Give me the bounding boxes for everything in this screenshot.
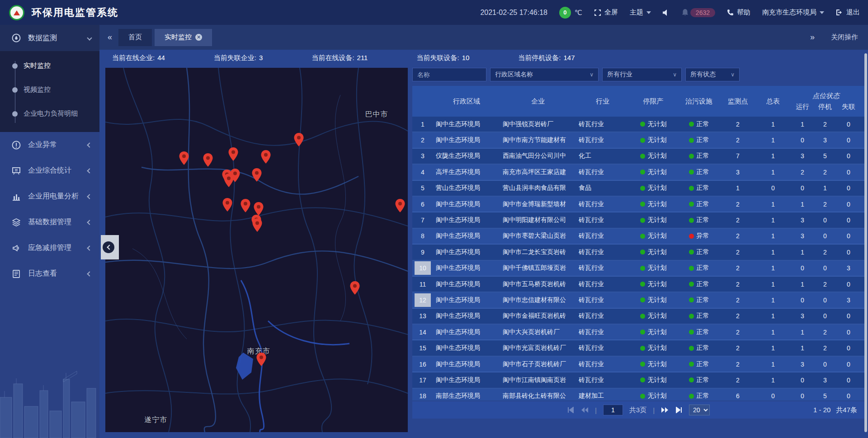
first-page-button[interactable] <box>567 407 574 413</box>
name-filter-input[interactable] <box>417 71 481 78</box>
cell-monitor-points: 2 <box>721 340 755 355</box>
map-pin-icon[interactable] <box>256 353 266 366</box>
map-panel[interactable]: 巴中市南充市遂宁市 <box>105 68 408 432</box>
cell-region: 阆中生态环境局 <box>433 132 500 147</box>
cell-industry: 砖瓦行业 <box>576 212 629 227</box>
theme-dropdown[interactable]: 主题 <box>630 8 651 17</box>
cell-production-status: 无计划 <box>629 309 677 324</box>
sidebar-item-video-monitoring[interactable]: 视频监控 <box>0 78 99 102</box>
cell-monitor-points: 2 <box>721 309 755 324</box>
map-pin-icon[interactable] <box>294 133 304 146</box>
sidebar-item-realtime-monitoring[interactable]: 实时监控 <box>0 54 99 78</box>
cell-total-meters: 1 <box>755 132 791 147</box>
total-pages-label: 共3页 <box>629 406 646 414</box>
cell-stopped: 0 <box>814 309 836 324</box>
table-row[interactable]: 15 阆中生态环境局 阆中市光富页岩机砖厂 砖瓦行业 无计划 正常 2 1 1 … <box>412 340 864 356</box>
map-pin-icon[interactable] <box>222 198 232 212</box>
status-dot-icon <box>640 122 645 127</box>
cell-region: 阆中生态环境局 <box>433 357 500 372</box>
prev-page-icon <box>580 407 589 413</box>
map-pin-icon[interactable] <box>179 151 189 165</box>
map-pin-icon[interactable] <box>203 153 213 167</box>
cell-region: 阆中生态环境局 <box>433 340 500 355</box>
table-row[interactable]: 13 阆中生态环境局 阆中市金福旺页岩机砖 砖瓦行业 无计划 正常 2 1 3 … <box>412 309 864 325</box>
sidebar-item-enterprise-statistics[interactable]: 企业综合统计 <box>0 158 99 184</box>
close-operations-button[interactable]: 关闭操作 <box>831 33 858 42</box>
tabs-scroll-right-button[interactable]: » <box>807 33 818 42</box>
cell-stopped: 3 <box>814 132 836 147</box>
cell-monitor-points: 2 <box>721 277 755 292</box>
table-row[interactable]: 3 仪陇生态环境局 西南油气田分公司川中 化工 无计划 正常 7 1 3 5 0 <box>412 149 864 165</box>
map-pin-icon[interactable] <box>350 281 360 295</box>
table-row[interactable]: 6 阆中生态环境局 阆中市金博瑞新型墙材 砖瓦行业 无计划 正常 2 1 1 2… <box>412 197 864 212</box>
logout-button[interactable]: 退出 <box>836 8 860 17</box>
table-row[interactable]: 1 阆中生态环境局 阆中强锐页岩砖厂 砖瓦行业 无计划 正常 2 1 1 2 0 <box>412 117 864 132</box>
sidebar-group-data-monitoring[interactable]: 数据监测 <box>0 25 99 51</box>
sidebar: 数据监测 实时监控 视频监控 企业电力负荷明细 <box>0 25 99 438</box>
tab-realtime-monitoring[interactable]: 实时监控 ✕ <box>155 29 212 46</box>
table-row[interactable]: 4 高坪生态环境局 南充市高坪区王家店建 砖瓦行业 无计划 正常 3 1 2 2… <box>412 165 864 180</box>
close-icon[interactable]: ✕ <box>195 34 202 41</box>
row-number: 8 <box>416 229 429 243</box>
map-pin-icon[interactable] <box>224 174 234 187</box>
cell-offline: 0 <box>836 245 861 259</box>
prev-page-button[interactable] <box>580 407 589 413</box>
table-row[interactable]: 14 阆中生态环境局 阆中大兴页岩机砖厂 砖瓦行业 无计划 正常 2 1 1 2… <box>412 325 864 340</box>
table-row[interactable]: 18 南部生态环境局 南部县砖化土砖有限公 建材加工 无计划 正常 6 0 0 … <box>412 389 864 400</box>
next-page-button[interactable] <box>661 407 669 413</box>
row-number: 7 <box>416 213 429 227</box>
cell-facility-status: 正常 <box>677 325 721 339</box>
map-pin-icon[interactable] <box>228 147 238 161</box>
cell-company: 南充市高坪区王家店建 <box>500 165 576 179</box>
speaker-icon <box>663 9 670 16</box>
last-page-button[interactable] <box>675 407 683 413</box>
status-dot-icon <box>640 266 645 271</box>
status-filter-dropdown[interactable]: 所有状态 ∨ <box>685 68 740 81</box>
table-row[interactable]: 5 营山生态环境局 营山县润丰肉食品有限 食品 无计划 正常 1 0 0 1 0 <box>412 181 864 197</box>
cell-total-meters: 1 <box>755 149 791 164</box>
table-row[interactable]: 12 阆中生态环境局 阆中市忠信建材有限公 砖瓦行业 无计划 正常 2 1 0 … <box>412 292 864 308</box>
cell-monitor-points: 2 <box>721 132 755 147</box>
page-scrollbar[interactable] <box>864 53 867 432</box>
status-dot-icon <box>689 202 694 207</box>
sidebar-item-power-load-detail[interactable]: 企业电力负荷明细 <box>0 102 99 126</box>
sidebar-item-power-usage-analysis[interactable]: 企业用电量分析 <box>0 184 99 209</box>
map-collapse-handle[interactable] <box>101 235 119 259</box>
map-pin-icon[interactable] <box>254 202 264 216</box>
name-filter-input-box[interactable] <box>412 68 486 81</box>
org-dropdown[interactable]: 南充市生态环境局 <box>762 8 824 17</box>
temperature-unit: ℃ <box>575 9 582 17</box>
table-row[interactable]: 8 阆中生态环境局 阆中市枣碧大梁山页岩 砖瓦行业 无计划 异常 2 1 3 0… <box>412 229 864 245</box>
cell-facility-status: 正常 <box>677 309 721 324</box>
cell-stopped: 0 <box>814 357 836 372</box>
mute-button[interactable] <box>663 9 670 16</box>
map-pin-icon[interactable] <box>395 199 405 212</box>
fullscreen-button[interactable]: 全屏 <box>594 8 618 17</box>
table-row[interactable]: 16 阆中生态环境局 阆中市石子页岩机砖厂 砖瓦行业 无计划 正常 2 1 3 … <box>412 357 864 372</box>
sidebar-item-log-view[interactable]: 日志查看 <box>0 261 99 287</box>
tabs-scroll-left-button[interactable]: « <box>104 33 116 42</box>
industry-filter-dropdown[interactable]: 所有行业 ∨ <box>602 68 682 81</box>
table-row[interactable]: 9 阆中生态环境局 阆中市二龙长宝页岩砖 砖瓦行业 无计划 正常 2 1 1 2… <box>412 245 864 260</box>
tab-home[interactable]: 首页 <box>118 29 152 46</box>
table-row[interactable]: 10 阆中生态环境局 阆中千佛镇五郎垭页岩 砖瓦行业 无计划 正常 2 1 0 … <box>412 261 864 277</box>
help-button[interactable]: 帮助 <box>727 8 750 17</box>
table-row[interactable]: 17 阆中生态环境局 阆中市江南镇阆南页岩 砖瓦行业 无计划 正常 2 1 0 … <box>412 372 864 388</box>
table-row[interactable]: 2 阆中生态环境局 阆中市南方节能建材有 砖瓦行业 无计划 正常 2 1 0 3… <box>412 132 864 148</box>
map-pin-icon[interactable] <box>261 150 271 164</box>
sidebar-item-emergency-reduction[interactable]: 应急减排管理 <box>0 235 99 261</box>
map-pin-icon[interactable] <box>252 168 262 182</box>
sidebar-item-base-data-management[interactable]: 基础数据管理 <box>0 209 99 235</box>
notifications[interactable]: 2632 <box>682 8 715 17</box>
map-pin-icon[interactable] <box>252 218 262 232</box>
page-size-select[interactable]: 20 <box>689 405 710 415</box>
cell-industry: 砖瓦行业 <box>576 229 629 244</box>
page-number-input[interactable] <box>603 405 623 415</box>
table-row[interactable]: 7 阆中生态环境局 阆中明阳建材有限公司 砖瓦行业 无计划 正常 2 1 3 0… <box>412 212 864 228</box>
table-row[interactable]: 11 阆中生态环境局 阆中市五马桥页岩机砖 砖瓦行业 无计划 正常 2 1 1 … <box>412 277 864 292</box>
cell-monitor-points: 2 <box>721 372 755 387</box>
map-pin-icon[interactable] <box>241 199 250 212</box>
cell-total-meters: 1 <box>755 277 791 292</box>
sidebar-item-enterprise-abnormal[interactable]: 企业异常 <box>0 132 99 158</box>
region-filter-dropdown[interactable]: 行政区域名称 ∨ <box>490 68 599 81</box>
